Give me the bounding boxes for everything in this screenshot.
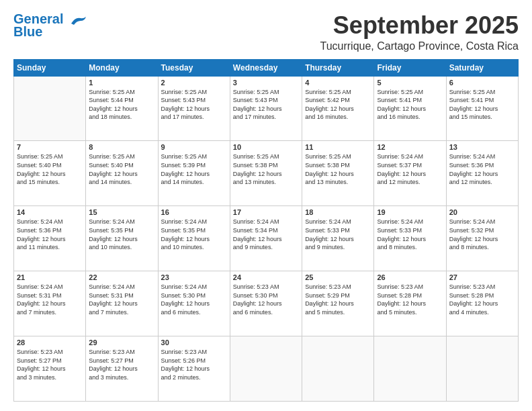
logo-blue: Blue (13, 25, 42, 38)
day-number: 17 (233, 208, 299, 216)
day-info: Sunrise: 5:24 AM Sunset: 5:36 PM Dayligh… (17, 218, 83, 251)
calendar-cell: 26Sunrise: 5:23 AM Sunset: 5:28 PM Dayli… (374, 271, 446, 336)
calendar-cell: 8Sunrise: 5:25 AM Sunset: 5:40 PM Daylig… (86, 141, 158, 206)
calendar-cell: 16Sunrise: 5:24 AM Sunset: 5:35 PM Dayli… (158, 206, 230, 271)
calendar-cell (14, 76, 86, 141)
day-number: 14 (17, 208, 83, 216)
calendar: SundayMondayTuesdayWednesdayThursdayFrid… (13, 59, 519, 402)
calendar-cell: 6Sunrise: 5:25 AM Sunset: 5:41 PM Daylig… (446, 76, 518, 141)
day-number: 27 (449, 273, 515, 281)
calendar-cell: 30Sunrise: 5:23 AM Sunset: 5:26 PM Dayli… (158, 336, 230, 402)
day-info: Sunrise: 5:25 AM Sunset: 5:43 PM Dayligh… (161, 88, 227, 122)
calendar-cell: 27Sunrise: 5:23 AM Sunset: 5:28 PM Dayli… (446, 271, 518, 336)
day-info: Sunrise: 5:24 AM Sunset: 5:35 PM Dayligh… (89, 218, 154, 251)
calendar-cell: 29Sunrise: 5:23 AM Sunset: 5:27 PM Dayli… (86, 336, 158, 402)
day-number: 30 (161, 338, 227, 347)
day-number: 11 (305, 143, 371, 151)
header-tuesday: Tuesday (158, 59, 230, 76)
calendar-cell: 4Sunrise: 5:25 AM Sunset: 5:42 PM Daylig… (302, 76, 374, 141)
calendar-cell (230, 336, 302, 402)
day-number: 12 (377, 143, 443, 151)
day-number: 24 (233, 273, 299, 281)
day-number: 2 (161, 79, 227, 87)
day-info: Sunrise: 5:25 AM Sunset: 5:43 PM Dayligh… (233, 88, 299, 122)
day-number: 9 (161, 143, 227, 151)
calendar-cell: 1Sunrise: 5:25 AM Sunset: 5:44 PM Daylig… (86, 76, 158, 141)
header-friday: Friday (374, 59, 446, 76)
calendar-cell: 5Sunrise: 5:25 AM Sunset: 5:41 PM Daylig… (374, 76, 446, 141)
header-monday: Monday (86, 59, 158, 76)
day-info: Sunrise: 5:25 AM Sunset: 5:39 PM Dayligh… (161, 152, 227, 186)
calendar-cell: 23Sunrise: 5:24 AM Sunset: 5:30 PM Dayli… (158, 271, 230, 336)
day-info: Sunrise: 5:24 AM Sunset: 5:33 PM Dayligh… (377, 218, 443, 251)
title-block: September 2025 Tucurrique, Cartago Provi… (320, 12, 519, 52)
logo-bird-icon (69, 14, 87, 26)
day-number: 23 (161, 273, 227, 281)
day-number: 3 (233, 79, 299, 87)
calendar-cell: 17Sunrise: 5:24 AM Sunset: 5:34 PM Dayli… (230, 206, 302, 271)
week-row-0: 1Sunrise: 5:25 AM Sunset: 5:44 PM Daylig… (14, 76, 519, 141)
calendar-cell: 10Sunrise: 5:25 AM Sunset: 5:38 PM Dayli… (230, 141, 302, 206)
day-number: 16 (161, 208, 227, 216)
calendar-cell: 28Sunrise: 5:23 AM Sunset: 5:27 PM Dayli… (14, 336, 86, 402)
week-row-1: 7Sunrise: 5:25 AM Sunset: 5:40 PM Daylig… (14, 141, 519, 206)
day-number: 4 (305, 79, 371, 87)
day-info: Sunrise: 5:24 AM Sunset: 5:31 PM Dayligh… (89, 283, 154, 316)
header-sunday: Sunday (14, 59, 86, 76)
day-info: Sunrise: 5:24 AM Sunset: 5:34 PM Dayligh… (233, 218, 299, 251)
day-number: 28 (17, 338, 83, 347)
day-number: 13 (449, 143, 515, 151)
logo: General Blue (13, 12, 87, 38)
day-number: 10 (233, 143, 299, 151)
day-number: 29 (89, 338, 154, 347)
day-info: Sunrise: 5:23 AM Sunset: 5:29 PM Dayligh… (305, 283, 371, 316)
day-info: Sunrise: 5:25 AM Sunset: 5:38 PM Dayligh… (305, 152, 371, 186)
location: Tucurrique, Cartago Province, Costa Rica (320, 40, 519, 52)
calendar-cell: 11Sunrise: 5:25 AM Sunset: 5:38 PM Dayli… (302, 141, 374, 206)
day-number: 25 (305, 273, 371, 281)
day-info: Sunrise: 5:25 AM Sunset: 5:42 PM Dayligh… (305, 88, 371, 122)
calendar-cell: 25Sunrise: 5:23 AM Sunset: 5:29 PM Dayli… (302, 271, 374, 336)
calendar-cell: 13Sunrise: 5:24 AM Sunset: 5:36 PM Dayli… (446, 141, 518, 206)
day-info: Sunrise: 5:23 AM Sunset: 5:27 PM Dayligh… (89, 348, 154, 381)
day-number: 6 (449, 79, 515, 87)
day-info: Sunrise: 5:23 AM Sunset: 5:27 PM Dayligh… (17, 348, 83, 381)
calendar-cell: 21Sunrise: 5:24 AM Sunset: 5:31 PM Dayli… (14, 271, 86, 336)
calendar-cell (374, 336, 446, 402)
day-info: Sunrise: 5:24 AM Sunset: 5:32 PM Dayligh… (449, 218, 515, 251)
calendar-cell: 12Sunrise: 5:24 AM Sunset: 5:37 PM Dayli… (374, 141, 446, 206)
day-number: 1 (89, 79, 154, 87)
day-number: 5 (377, 79, 443, 87)
day-info: Sunrise: 5:25 AM Sunset: 5:41 PM Dayligh… (377, 88, 443, 122)
header-saturday: Saturday (446, 59, 518, 76)
day-info: Sunrise: 5:24 AM Sunset: 5:36 PM Dayligh… (449, 152, 515, 186)
day-number: 22 (89, 273, 154, 281)
calendar-cell: 19Sunrise: 5:24 AM Sunset: 5:33 PM Dayli… (374, 206, 446, 271)
calendar-cell: 18Sunrise: 5:24 AM Sunset: 5:33 PM Dayli… (302, 206, 374, 271)
header-wednesday: Wednesday (230, 59, 302, 76)
day-info: Sunrise: 5:25 AM Sunset: 5:38 PM Dayligh… (233, 152, 299, 186)
calendar-cell: 22Sunrise: 5:24 AM Sunset: 5:31 PM Dayli… (86, 271, 158, 336)
calendar-cell: 7Sunrise: 5:25 AM Sunset: 5:40 PM Daylig… (14, 141, 86, 206)
day-info: Sunrise: 5:25 AM Sunset: 5:40 PM Dayligh… (17, 152, 83, 186)
header-thursday: Thursday (302, 59, 374, 76)
header: General Blue September 2025 Tucurrique, … (13, 12, 519, 52)
day-number: 15 (89, 208, 154, 216)
month-title: September 2025 (320, 12, 519, 39)
page: General Blue September 2025 Tucurrique, … (0, 0, 532, 411)
day-number: 7 (17, 143, 83, 151)
day-number: 18 (305, 208, 371, 216)
day-info: Sunrise: 5:25 AM Sunset: 5:44 PM Dayligh… (89, 88, 154, 122)
day-number: 21 (17, 273, 83, 281)
day-info: Sunrise: 5:24 AM Sunset: 5:37 PM Dayligh… (377, 152, 443, 186)
calendar-header-row: SundayMondayTuesdayWednesdayThursdayFrid… (14, 59, 519, 76)
day-info: Sunrise: 5:24 AM Sunset: 5:35 PM Dayligh… (161, 218, 227, 251)
day-info: Sunrise: 5:23 AM Sunset: 5:30 PM Dayligh… (233, 283, 299, 316)
calendar-cell (446, 336, 518, 402)
day-info: Sunrise: 5:24 AM Sunset: 5:30 PM Dayligh… (161, 283, 227, 316)
day-number: 19 (377, 208, 443, 216)
calendar-cell: 3Sunrise: 5:25 AM Sunset: 5:43 PM Daylig… (230, 76, 302, 141)
day-number: 20 (449, 208, 515, 216)
day-info: Sunrise: 5:25 AM Sunset: 5:41 PM Dayligh… (449, 88, 515, 122)
week-row-2: 14Sunrise: 5:24 AM Sunset: 5:36 PM Dayli… (14, 206, 519, 271)
